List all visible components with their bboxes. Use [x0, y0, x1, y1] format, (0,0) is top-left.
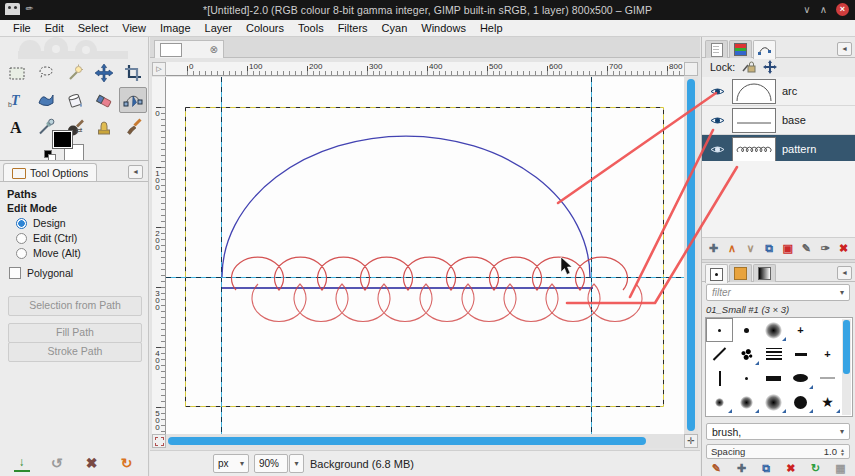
lock-strokes-icon[interactable] [742, 60, 756, 73]
ruler-origin-button[interactable]: ▷ [152, 62, 166, 76]
menu-cyan[interactable]: Cyan [375, 20, 415, 36]
brush-cell-diag[interactable] [706, 342, 733, 366]
menu-windows[interactable]: Windows [414, 20, 473, 36]
brush-cell-fuzzy-s[interactable] [706, 390, 733, 414]
image-tab-close-icon[interactable]: ⊗ [210, 45, 218, 55]
swap-colors-icon[interactable]: ⇄ [76, 126, 83, 135]
maximize-button[interactable]: ∧ [820, 3, 827, 16]
edit-mode-edit-ctrl[interactable]: Edit (Ctrl) [16, 232, 148, 244]
stroke-path-button[interactable]: ✑ [817, 242, 833, 255]
brush-cell-tex[interactable] [733, 414, 760, 417]
open-brush-as-image-button[interactable]: ▦ [833, 462, 849, 475]
brush-cell-tex[interactable] [706, 414, 733, 417]
brush-cell-tex[interactable] [787, 414, 814, 417]
save-tool-preset-button[interactable]: ↓ [14, 454, 30, 472]
brush-cell-dot-m[interactable] [733, 318, 760, 342]
brush-combo[interactable]: brush, ▾ [706, 423, 850, 440]
reset-tool-options-button[interactable]: ↻ [119, 455, 135, 471]
path-row-pattern[interactable]: pattern [702, 135, 855, 164]
visibility-eye-icon[interactable] [702, 144, 732, 155]
tool-options-menu-button[interactable]: ◄ [128, 165, 143, 179]
brush-cell-plus[interactable]: + [814, 342, 841, 366]
foreground-color-swatch[interactable] [52, 130, 73, 149]
brush-filter-input[interactable]: filter ▾ [706, 284, 850, 301]
menu-filters[interactable]: Filters [331, 20, 375, 36]
brush-cell-plus[interactable]: + [787, 318, 814, 342]
tab-channels[interactable] [729, 40, 752, 58]
lock-position-icon[interactable] [763, 60, 777, 74]
polygonal-checkbox[interactable] [9, 267, 21, 279]
brush-grid-scrollbar[interactable] [842, 319, 851, 415]
tool-paintbrush[interactable] [119, 114, 147, 140]
path-row-base[interactable]: base [702, 106, 855, 135]
path-row-arc[interactable]: arc [702, 77, 855, 106]
default-colors-icon[interactable] [44, 150, 52, 158]
color-swatch-widget[interactable]: ⇄ [52, 134, 92, 160]
brush-cell-dash[interactable] [787, 342, 814, 366]
tab-patterns[interactable] [729, 264, 752, 282]
tool-fuzzy-select[interactable] [61, 60, 89, 86]
tool-rectangle-select[interactable] [3, 60, 31, 86]
tab-gradients[interactable] [753, 264, 776, 282]
navigation-button[interactable]: ✛ [684, 434, 698, 448]
polygonal-checkbox-row[interactable]: Polygonal [9, 267, 148, 279]
brush-cell-vline[interactable] [706, 366, 733, 390]
tab-brushes[interactable] [705, 264, 728, 283]
tab-tool-options[interactable]: Tool Options [3, 163, 97, 182]
brush-cell-circle[interactable] [787, 390, 814, 414]
tool-crop[interactable] [119, 60, 147, 86]
brush-grid-scrollbar-thumb[interactable] [843, 320, 850, 374]
close-button[interactable]: × [836, 3, 849, 16]
tool-warp[interactable] [32, 87, 60, 113]
new-brush-button[interactable]: ✚ [733, 462, 749, 475]
tab-layers[interactable] [705, 40, 728, 58]
brush-cell-tex[interactable] [814, 414, 841, 417]
tool-eraser[interactable] [90, 87, 118, 113]
path-to-selection-button[interactable]: ▣ [780, 242, 796, 255]
brush-cell-grey-line[interactable] [814, 366, 841, 390]
selection-to-path-button[interactable]: ✎ [798, 242, 814, 255]
zoom-input[interactable]: 90% [254, 454, 288, 473]
brushes-dock-menu-button[interactable]: ◄ [837, 266, 852, 280]
brush-cell-dot-s[interactable] [733, 366, 760, 390]
delete-path-button[interactable]: ✖ [836, 242, 852, 255]
brush-cell-blank[interactable] [814, 318, 841, 342]
radio-icon[interactable] [16, 218, 27, 229]
menu-help[interactable]: Help [473, 20, 510, 36]
unit-dropdown[interactable]: px▾ [213, 454, 249, 473]
horizontal-scrollbar-thumb[interactable] [168, 437, 646, 445]
delete-tool-preset-button[interactable]: ✖ [84, 455, 100, 471]
brush-cell-dot-s[interactable] [706, 318, 733, 342]
zoom-follow-window-button[interactable] [684, 62, 698, 76]
edit-mode-move-alt[interactable]: Move (Alt) [16, 247, 148, 259]
menu-select[interactable]: Select [71, 20, 116, 36]
image-tab[interactable]: ⊗ [154, 40, 224, 58]
brush-cell-fuzzy-m[interactable] [733, 390, 760, 414]
brush-cell-star[interactable]: ★ [814, 390, 841, 414]
menu-colours[interactable]: Colours [239, 20, 291, 36]
tool-clone[interactable] [90, 114, 118, 140]
raise-path-button[interactable]: ∧ [724, 242, 740, 255]
paths-dock-menu-button[interactable]: ◄ [837, 42, 852, 56]
menu-image[interactable]: Image [153, 20, 198, 36]
horizontal-scrollbar[interactable] [166, 434, 684, 448]
brush-cell-splat[interactable] [733, 342, 760, 366]
brush-cell-fuzzy-l[interactable] [760, 390, 787, 414]
tool-free-select[interactable] [32, 60, 60, 86]
duplicate-brush-button[interactable]: ⧉ [758, 462, 774, 475]
paths-list-empty-area[interactable] [702, 161, 855, 238]
lower-path-button[interactable]: ∨ [743, 242, 759, 255]
stroke-path-button[interactable]: Stroke Path [8, 342, 142, 362]
tool-move[interactable] [90, 60, 118, 86]
horizontal-ruler[interactable]: 0100200300400500600700800 [166, 62, 684, 76]
minimize-button[interactable]: ∨ [803, 3, 810, 16]
vertical-scrollbar-thumb[interactable] [687, 79, 695, 431]
duplicate-path-button[interactable]: ⧉ [761, 242, 777, 255]
menu-view[interactable]: View [115, 20, 153, 36]
menu-file[interactable]: File [6, 20, 38, 36]
restore-tool-preset-button[interactable]: ↺ [49, 455, 65, 471]
radio-icon[interactable] [16, 233, 27, 244]
tool-bucket-fill[interactable] [61, 87, 89, 113]
menu-edit[interactable]: Edit [38, 20, 71, 36]
brush-cell-hlines[interactable] [760, 342, 787, 366]
